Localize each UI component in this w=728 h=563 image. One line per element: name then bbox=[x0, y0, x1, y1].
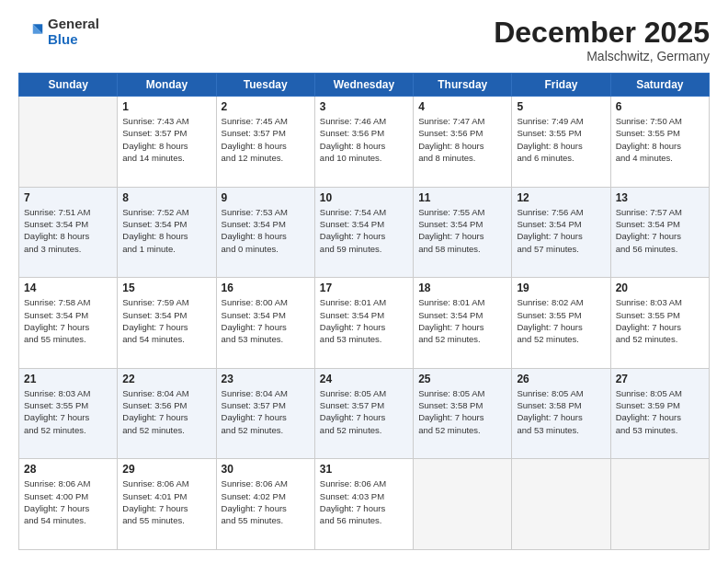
calendar-day-cell: 28Sunrise: 8:06 AMSunset: 4:00 PMDayligh… bbox=[19, 459, 118, 550]
day-info: Sunrise: 8:06 AMSunset: 4:00 PMDaylight:… bbox=[24, 477, 112, 526]
day-number: 8 bbox=[122, 191, 210, 204]
day-info: Sunrise: 7:54 AMSunset: 3:54 PMDaylight:… bbox=[320, 206, 408, 255]
calendar-day-cell: 23Sunrise: 8:04 AMSunset: 3:57 PMDayligh… bbox=[216, 368, 314, 459]
day-number: 16 bbox=[222, 282, 310, 294]
calendar-table: Sunday Monday Tuesday Wednesday Thursday… bbox=[18, 73, 710, 550]
calendar-day-cell: 1Sunrise: 7:43 AMSunset: 3:57 PMDaylight… bbox=[118, 97, 216, 188]
calendar-week-row: 7Sunrise: 7:51 AMSunset: 3:54 PMDaylight… bbox=[19, 187, 710, 278]
day-number: 12 bbox=[517, 191, 605, 204]
calendar-day-cell: 22Sunrise: 8:04 AMSunset: 3:56 PMDayligh… bbox=[118, 368, 216, 459]
calendar-day-cell: 13Sunrise: 7:57 AMSunset: 3:54 PMDayligh… bbox=[610, 187, 709, 278]
day-number: 2 bbox=[222, 100, 310, 113]
weekday-monday: Monday bbox=[118, 74, 216, 97]
calendar-day-cell bbox=[19, 97, 118, 188]
weekday-sunday: Sunday bbox=[19, 74, 118, 97]
day-number: 30 bbox=[222, 463, 310, 476]
calendar-day-cell: 17Sunrise: 8:01 AMSunset: 3:54 PMDayligh… bbox=[314, 278, 413, 369]
day-info: Sunrise: 7:55 AMSunset: 3:54 PMDaylight:… bbox=[418, 206, 506, 255]
calendar-week-row: 28Sunrise: 8:06 AMSunset: 4:00 PMDayligh… bbox=[19, 459, 710, 550]
logo-icon bbox=[18, 19, 44, 45]
day-number: 22 bbox=[122, 373, 210, 385]
day-info: Sunrise: 8:00 AMSunset: 3:54 PMDaylight:… bbox=[222, 296, 310, 345]
calendar-week-row: 21Sunrise: 8:03 AMSunset: 3:55 PMDayligh… bbox=[19, 368, 710, 459]
day-info: Sunrise: 8:06 AMSunset: 4:03 PMDaylight:… bbox=[320, 477, 408, 526]
calendar-day-cell: 2Sunrise: 7:45 AMSunset: 3:57 PMDaylight… bbox=[216, 97, 314, 188]
day-info: Sunrise: 7:43 AMSunset: 3:57 PMDaylight:… bbox=[122, 115, 210, 164]
day-info: Sunrise: 8:05 AMSunset: 3:57 PMDaylight:… bbox=[320, 387, 408, 436]
day-info: Sunrise: 8:05 AMSunset: 3:58 PMDaylight:… bbox=[418, 387, 506, 436]
day-number: 20 bbox=[616, 282, 704, 294]
weekday-wednesday: Wednesday bbox=[314, 74, 413, 97]
day-number: 24 bbox=[320, 373, 408, 385]
logo: General Blue bbox=[18, 17, 99, 47]
calendar-day-cell: 18Sunrise: 8:01 AMSunset: 3:54 PMDayligh… bbox=[414, 278, 512, 369]
day-info: Sunrise: 7:58 AMSunset: 3:54 PMDaylight:… bbox=[24, 296, 112, 345]
day-info: Sunrise: 8:03 AMSunset: 3:55 PMDaylight:… bbox=[616, 296, 704, 345]
calendar-day-cell: 29Sunrise: 8:06 AMSunset: 4:01 PMDayligh… bbox=[118, 459, 216, 550]
weekday-saturday: Saturday bbox=[610, 74, 709, 97]
day-info: Sunrise: 8:03 AMSunset: 3:55 PMDaylight:… bbox=[24, 387, 112, 436]
calendar-day-cell bbox=[414, 459, 512, 550]
calendar-day-cell: 12Sunrise: 7:56 AMSunset: 3:54 PMDayligh… bbox=[512, 187, 610, 278]
calendar-day-cell: 21Sunrise: 8:03 AMSunset: 3:55 PMDayligh… bbox=[19, 368, 118, 459]
calendar-day-cell: 30Sunrise: 8:06 AMSunset: 4:02 PMDayligh… bbox=[216, 459, 314, 550]
calendar-day-cell: 26Sunrise: 8:05 AMSunset: 3:58 PMDayligh… bbox=[512, 368, 610, 459]
day-info: Sunrise: 7:51 AMSunset: 3:54 PMDaylight:… bbox=[24, 206, 112, 255]
day-info: Sunrise: 7:47 AMSunset: 3:56 PMDaylight:… bbox=[418, 115, 506, 164]
day-number: 7 bbox=[24, 191, 112, 204]
day-info: Sunrise: 7:50 AMSunset: 3:55 PMDaylight:… bbox=[616, 115, 704, 164]
logo-blue-text: Blue bbox=[48, 32, 99, 48]
calendar-day-cell: 6Sunrise: 7:50 AMSunset: 3:55 PMDaylight… bbox=[610, 97, 709, 188]
calendar-day-cell: 3Sunrise: 7:46 AMSunset: 3:56 PMDaylight… bbox=[314, 97, 413, 188]
day-number: 23 bbox=[222, 373, 310, 385]
day-number: 5 bbox=[517, 100, 605, 113]
calendar-day-cell bbox=[610, 459, 709, 550]
day-number: 18 bbox=[418, 282, 506, 294]
day-number: 25 bbox=[418, 373, 506, 385]
calendar-day-cell: 27Sunrise: 8:05 AMSunset: 3:59 PMDayligh… bbox=[610, 368, 709, 459]
calendar-day-cell: 9Sunrise: 7:53 AMSunset: 3:54 PMDaylight… bbox=[216, 187, 314, 278]
day-info: Sunrise: 7:53 AMSunset: 3:54 PMDaylight:… bbox=[222, 206, 310, 255]
page-header: General Blue December 2025 Malschwitz, G… bbox=[18, 17, 710, 63]
calendar-day-cell: 10Sunrise: 7:54 AMSunset: 3:54 PMDayligh… bbox=[314, 187, 413, 278]
day-number: 28 bbox=[24, 463, 112, 476]
calendar-day-cell: 20Sunrise: 8:03 AMSunset: 3:55 PMDayligh… bbox=[610, 278, 709, 369]
calendar-day-cell: 14Sunrise: 7:58 AMSunset: 3:54 PMDayligh… bbox=[19, 278, 118, 369]
day-number: 19 bbox=[517, 282, 605, 294]
day-number: 13 bbox=[616, 191, 704, 204]
calendar-day-cell: 11Sunrise: 7:55 AMSunset: 3:54 PMDayligh… bbox=[414, 187, 512, 278]
day-info: Sunrise: 7:56 AMSunset: 3:54 PMDaylight:… bbox=[517, 206, 605, 255]
calendar-header-row: Sunday Monday Tuesday Wednesday Thursday… bbox=[19, 74, 710, 97]
calendar-day-cell: 25Sunrise: 8:05 AMSunset: 3:58 PMDayligh… bbox=[414, 368, 512, 459]
logo-general-text: General bbox=[48, 17, 99, 32]
day-number: 15 bbox=[122, 282, 210, 294]
day-number: 29 bbox=[122, 463, 210, 476]
day-number: 27 bbox=[616, 373, 704, 385]
calendar-day-cell: 4Sunrise: 7:47 AMSunset: 3:56 PMDaylight… bbox=[414, 97, 512, 188]
day-info: Sunrise: 8:05 AMSunset: 3:58 PMDaylight:… bbox=[517, 387, 605, 436]
day-info: Sunrise: 8:04 AMSunset: 3:57 PMDaylight:… bbox=[222, 387, 310, 436]
day-info: Sunrise: 8:06 AMSunset: 4:01 PMDaylight:… bbox=[122, 477, 210, 526]
calendar-day-cell: 31Sunrise: 8:06 AMSunset: 4:03 PMDayligh… bbox=[314, 459, 413, 550]
day-info: Sunrise: 7:45 AMSunset: 3:57 PMDaylight:… bbox=[222, 115, 310, 164]
day-info: Sunrise: 8:01 AMSunset: 3:54 PMDaylight:… bbox=[418, 296, 506, 345]
day-info: Sunrise: 7:59 AMSunset: 3:54 PMDaylight:… bbox=[122, 296, 210, 345]
calendar-day-cell: 19Sunrise: 8:02 AMSunset: 3:55 PMDayligh… bbox=[512, 278, 610, 369]
day-info: Sunrise: 8:04 AMSunset: 3:56 PMDaylight:… bbox=[122, 387, 210, 436]
calendar-day-cell bbox=[512, 459, 610, 550]
day-number: 11 bbox=[418, 191, 506, 204]
day-number: 21 bbox=[24, 373, 112, 385]
calendar-day-cell: 15Sunrise: 7:59 AMSunset: 3:54 PMDayligh… bbox=[118, 278, 216, 369]
calendar-day-cell: 5Sunrise: 7:49 AMSunset: 3:55 PMDaylight… bbox=[512, 97, 610, 188]
weekday-tuesday: Tuesday bbox=[216, 74, 314, 97]
day-info: Sunrise: 7:52 AMSunset: 3:54 PMDaylight:… bbox=[122, 206, 210, 255]
day-info: Sunrise: 7:49 AMSunset: 3:55 PMDaylight:… bbox=[517, 115, 605, 164]
weekday-friday: Friday bbox=[512, 74, 610, 97]
day-number: 17 bbox=[320, 282, 408, 294]
day-number: 10 bbox=[320, 191, 408, 204]
day-info: Sunrise: 8:05 AMSunset: 3:59 PMDaylight:… bbox=[616, 387, 704, 436]
calendar-day-cell: 24Sunrise: 8:05 AMSunset: 3:57 PMDayligh… bbox=[314, 368, 413, 459]
day-info: Sunrise: 8:02 AMSunset: 3:55 PMDaylight:… bbox=[517, 296, 605, 345]
calendar-day-cell: 7Sunrise: 7:51 AMSunset: 3:54 PMDaylight… bbox=[19, 187, 118, 278]
calendar-week-row: 14Sunrise: 7:58 AMSunset: 3:54 PMDayligh… bbox=[19, 278, 710, 369]
